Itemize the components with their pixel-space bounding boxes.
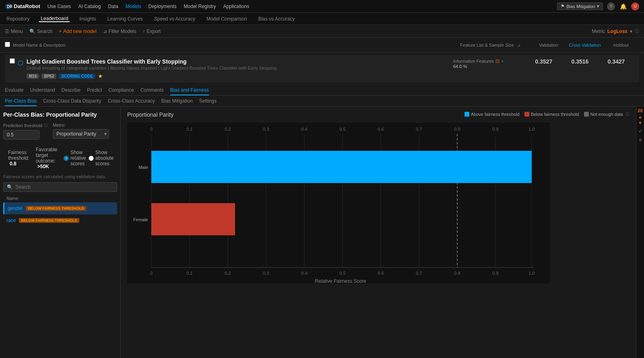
- informative-label: Informative Features: [453, 59, 494, 64]
- race-label: race: [6, 218, 16, 223]
- tab-evaluate[interactable]: Evaluate: [5, 87, 24, 95]
- export-button[interactable]: ↑ Export: [142, 29, 161, 34]
- model-header-bar: Model Name & Description Feature List & …: [0, 38, 644, 53]
- tab-bias-accuracy[interactable]: Bias vs Accuracy: [257, 16, 297, 22]
- scroll-down-icon[interactable]: ▼: [638, 121, 642, 125]
- informative-features: Informative Features ⊡ + 64.0 %: [453, 58, 526, 69]
- add-model-label: Add new model: [63, 29, 97, 34]
- tab-comments[interactable]: Comments: [140, 87, 164, 95]
- filter-label: Filter Models: [109, 29, 136, 34]
- bias-tab-settings[interactable]: Settings: [199, 98, 217, 106]
- feature-filter-icon[interactable]: ⊿: [517, 43, 520, 47]
- tab-insights[interactable]: Insights: [78, 16, 97, 22]
- tab-compliance[interactable]: Compliance: [108, 87, 134, 95]
- model-type-icon: ⬡: [18, 59, 23, 67]
- section-title-text: Per-Class Bias: Proportional Parity: [3, 111, 97, 118]
- notification-icon[interactable]: 🔔: [619, 2, 627, 10]
- nav-right: ⚑ Bias Mitigation ▾ ? 🔔 U: [557, 2, 639, 10]
- svg-text:0.1: 0.1: [186, 271, 192, 276]
- radio-group: Show relative scores Show absolute score…: [64, 150, 114, 167]
- bias-tab-bias-mitigation[interactable]: Bias Mitigation: [161, 98, 193, 106]
- model-card: ⬡ Light Gradient Boosted Trees Classifie…: [5, 55, 639, 82]
- nav-applications[interactable]: Applications: [223, 4, 250, 9]
- select-all-checkbox[interactable]: [5, 42, 10, 47]
- lines-icon[interactable]: ≡: [639, 137, 642, 143]
- export-label: Export: [147, 29, 161, 34]
- user-avatar[interactable]: U: [631, 2, 639, 10]
- model-checkbox-col: [10, 58, 18, 65]
- fairness-note: Fairness scores are calculated using val…: [3, 174, 117, 179]
- nav-models[interactable]: Models: [126, 4, 141, 9]
- second-nav: Repository Leaderboard Insights Learning…: [0, 13, 644, 25]
- model-star[interactable]: ★: [98, 73, 103, 79]
- search-input[interactable]: [15, 184, 114, 190]
- svg-text:0.2: 0.2: [225, 271, 231, 276]
- search-box-icon: 🔍: [7, 184, 13, 190]
- threshold-input[interactable]: [3, 130, 39, 140]
- menu-icon: ☰: [5, 29, 9, 34]
- tab-speed-accuracy[interactable]: Speed vs Accuracy: [153, 16, 197, 22]
- legend-nodata: Not enough data ⓘ: [584, 111, 630, 117]
- legend-above-label: Above fairness threshold: [471, 112, 520, 117]
- col-headers: Model Name & Description Feature List & …: [13, 43, 639, 48]
- informative-icon: ⊡: [495, 58, 500, 64]
- bias-tab-cross-data[interactable]: Cross-Class Data Disparity: [43, 98, 101, 106]
- filter-button[interactable]: ⊿ Filter Models: [103, 29, 136, 34]
- badge-m16: M16: [27, 74, 39, 79]
- add-model-button[interactable]: + Add new model: [59, 29, 97, 34]
- list-item-gender[interactable]: gender BELOW FAIRNESS THRESHOLD: [3, 202, 117, 214]
- favorable-value: >50K: [37, 164, 49, 169]
- informative-add-icon[interactable]: +: [501, 59, 504, 64]
- model-card-header: ⬡ Light Gradient Boosted Trees Classifie…: [10, 58, 634, 79]
- svg-text:0.7: 0.7: [416, 271, 422, 276]
- nav-model-registry[interactable]: Model Registry: [184, 4, 216, 9]
- tab-bias-fairness[interactable]: Bias and Fairness: [170, 87, 209, 95]
- menu-button[interactable]: ☰ Menu: [5, 29, 23, 34]
- scroll-up-icon[interactable]: ▲: [638, 115, 642, 119]
- tab-learning-curves[interactable]: Learning Curves: [106, 16, 144, 22]
- help-icon[interactable]: ?: [607, 2, 615, 10]
- legend-gray-dot: [584, 112, 589, 117]
- logo-icon: DR: [5, 3, 12, 10]
- tab-leaderboard[interactable]: Leaderboard: [39, 16, 70, 22]
- model-checkbox[interactable]: [10, 58, 15, 64]
- gender-label: gender: [8, 206, 23, 211]
- section-title: Per-Class Bias: Proportional Parity: [3, 110, 117, 119]
- nav-deployments[interactable]: Deployments: [149, 4, 177, 9]
- top-nav: DR DataRobot Use Cases AI Catalog Data M…: [0, 0, 644, 13]
- tab-predict[interactable]: Predict: [87, 87, 102, 95]
- bias-tab-per-class[interactable]: Per-Class Bias: [5, 98, 37, 106]
- radio-absolute[interactable]: Show absolute scores: [89, 150, 114, 167]
- list-item-race[interactable]: race BELOW FAIRNESS THRESHOLD: [3, 214, 117, 226]
- cross-val-score-value: 0.3516: [572, 58, 589, 65]
- legend-below-label: Below fairness threshold: [531, 112, 579, 117]
- scroll-number: 20: [638, 108, 642, 113]
- nav-data[interactable]: Data: [108, 4, 118, 9]
- legend-below: Below fairness threshold: [524, 112, 579, 117]
- bias-tab-cross-accuracy[interactable]: Cross-Class Accuracy: [107, 98, 155, 106]
- chart-svg: 0 0.1 0.2 0.3 0.4 0.5 0.6 0.7 0.8 0.9 1.…: [127, 123, 550, 284]
- chart-header: Proportional Parity Above fairness thres…: [127, 111, 630, 119]
- col-validation-header: Validation: [530, 43, 567, 47]
- checkbox-header: [5, 42, 13, 48]
- informative-pct: 64.0 %: [453, 64, 526, 69]
- chart-title: Proportional Parity: [127, 111, 173, 118]
- radio-relative[interactable]: Show relative scores: [64, 150, 86, 167]
- metric-control-label: Metric: [53, 123, 109, 128]
- nav-ai-catalog[interactable]: AI Catalog: [78, 4, 101, 9]
- prediction-threshold-group: Prediction threshold ⓘ: [3, 123, 48, 140]
- metric-select[interactable]: Proportional Parity Demographic Parity E…: [53, 129, 109, 139]
- col-name-label: Model Name & Description: [13, 43, 66, 47]
- search-button[interactable]: 🔍 Search: [29, 29, 52, 34]
- tab-model-comparison[interactable]: Model Comparison: [205, 16, 249, 22]
- tab-repository[interactable]: Repository: [5, 16, 31, 22]
- tab-understand[interactable]: Understand: [30, 87, 55, 95]
- svg-text:DR: DR: [7, 4, 12, 9]
- col-name-header: Model Name & Description: [13, 43, 450, 47]
- tab-describe[interactable]: Describe: [62, 87, 80, 95]
- metric-value[interactable]: LogLoss: [607, 29, 627, 34]
- fairness-label: Fairness threshold: 0.8: [8, 150, 29, 167]
- nav-use-cases[interactable]: Use Cases: [47, 4, 71, 9]
- bias-mitigation-button[interactable]: ⚑ Bias Mitigation ▾: [557, 2, 603, 10]
- main-content: Per-Class Bias: Proportional Parity Pred…: [0, 107, 644, 358]
